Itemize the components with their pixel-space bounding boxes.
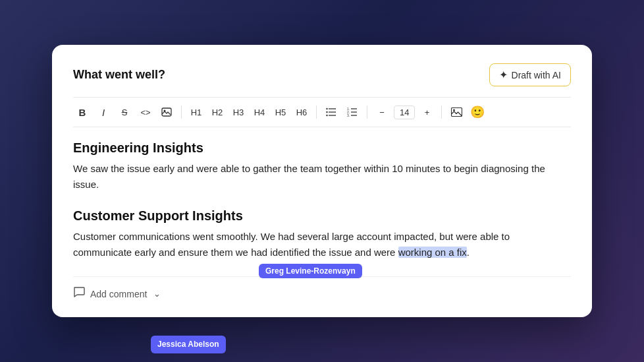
- strikethrough-button[interactable]: S: [115, 103, 134, 121]
- h3-button[interactable]: H3: [229, 103, 248, 121]
- card-header: What went well? ✦ Draft with AI: [73, 63, 571, 86]
- bullet-list-button[interactable]: [322, 103, 340, 121]
- h6-button[interactable]: H6: [292, 103, 311, 121]
- editor-toolbar: B I S <> H1 H2 H3 H4 H5 H6: [73, 97, 571, 127]
- tooltip-greg: Greg Levine-Rozenvayn: [259, 264, 362, 278]
- editor-card: What went well? ✦ Draft with AI B I S <>…: [52, 45, 592, 317]
- add-comment-label[interactable]: Add comment: [90, 289, 147, 299]
- tooltip-jessica: Jessica Abelson: [151, 336, 226, 353]
- chevron-down-icon[interactable]: ⌄: [153, 289, 161, 299]
- svg-text:3.: 3.: [347, 113, 350, 117]
- draft-ai-label: Draft with AI: [512, 70, 561, 80]
- comment-icon: [73, 286, 85, 301]
- toolbar-divider-1: [181, 106, 182, 119]
- section1-text: We saw the issue early and were able to …: [73, 161, 571, 193]
- svg-point-2: [326, 108, 327, 109]
- decrease-font-button[interactable]: −: [373, 103, 391, 121]
- card-title: What went well?: [73, 68, 165, 82]
- font-size-display: 14: [394, 106, 415, 119]
- ordered-list-button[interactable]: 1. 2. 3.: [343, 103, 362, 121]
- editor-content: Engineering Insights We saw the issue ea…: [73, 140, 571, 301]
- image-inline-button[interactable]: [157, 103, 176, 121]
- section1-heading: Engineering Insights: [73, 140, 571, 156]
- sparkle-icon: ✦: [499, 69, 508, 81]
- italic-button[interactable]: I: [94, 103, 113, 121]
- bold-button[interactable]: B: [73, 103, 92, 121]
- draft-ai-button[interactable]: ✦ Draft with AI: [489, 63, 571, 86]
- increase-font-button[interactable]: +: [417, 103, 436, 121]
- emoji-button[interactable]: 🙂: [468, 103, 487, 121]
- svg-rect-0: [162, 108, 171, 116]
- svg-point-15: [453, 109, 455, 111]
- insert-image-button[interactable]: [447, 103, 466, 121]
- section2-highlight: working on a fix: [398, 247, 467, 258]
- section2-heading: Customer Support Insights: [73, 208, 571, 224]
- svg-point-4: [326, 115, 327, 116]
- toolbar-divider-3: [367, 106, 367, 119]
- section2-text-after: .: [467, 247, 470, 258]
- toolbar-divider-4: [441, 106, 442, 119]
- h4-button[interactable]: H4: [250, 103, 269, 121]
- h2-button[interactable]: H2: [208, 103, 227, 121]
- h5-button[interactable]: H5: [271, 103, 290, 121]
- add-comment-bar: Add comment ⌄: [73, 276, 571, 301]
- section2-text: Jessica Abelson Customer communications …: [73, 229, 571, 260]
- code-button[interactable]: <>: [136, 103, 155, 121]
- svg-point-3: [326, 111, 327, 113]
- toolbar-divider-2: [316, 106, 317, 119]
- h1-button[interactable]: H1: [187, 103, 205, 121]
